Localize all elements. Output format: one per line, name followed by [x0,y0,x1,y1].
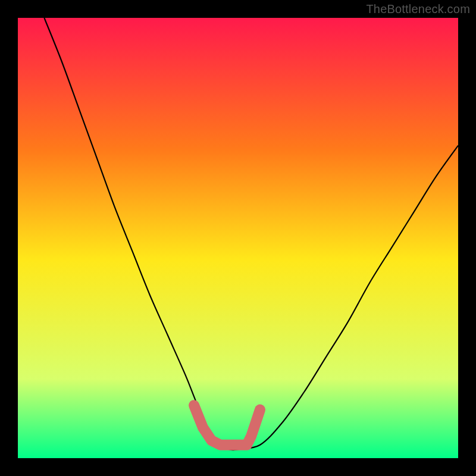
chart-svg [18,18,458,458]
gradient-background [18,18,458,458]
chart-frame: TheBottleneck.com [0,0,476,476]
plot-area [18,18,458,458]
watermark-text: TheBottleneck.com [366,2,470,16]
